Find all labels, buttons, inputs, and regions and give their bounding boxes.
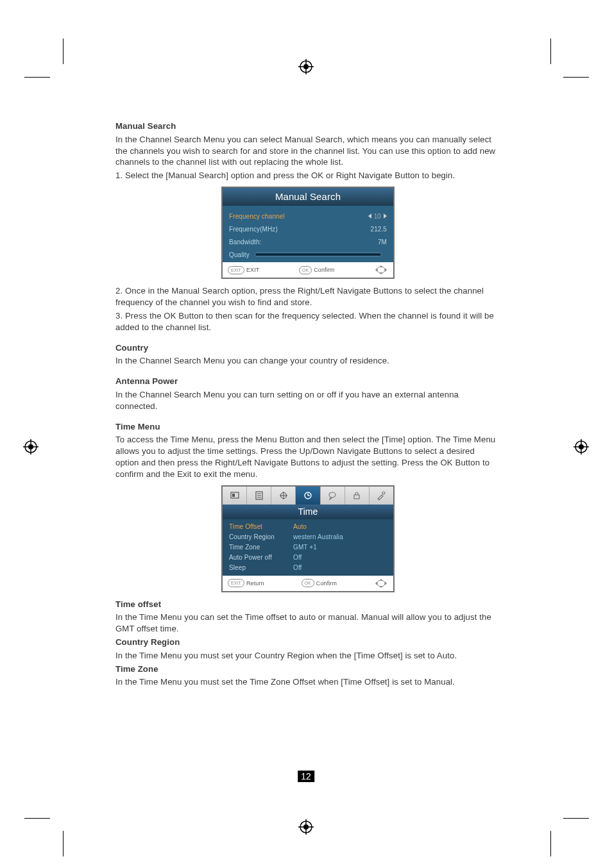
exit-button-icon: EXIT	[228, 579, 244, 587]
tab-channel	[247, 487, 271, 505]
paragraph: In the Channel Search Menu you can turn …	[115, 389, 500, 412]
osd-body: Frequency channel 10 Frequency(MHz) 212.…	[223, 206, 393, 262]
heading-country: Country	[115, 342, 500, 354]
osd-row-sleep: Sleep Off	[229, 563, 387, 573]
osd-value: Auto	[293, 522, 307, 531]
crop-mark	[63, 831, 64, 856]
paragraph: In the Time Menu you must set your Count…	[115, 650, 500, 662]
osd-exit-hint: EXIT EXIT	[228, 266, 259, 274]
osd-label: Auto Power off	[229, 553, 293, 562]
document-body: Manual Search In the Channel Search Menu…	[115, 121, 500, 690]
osd-confirm-hint: OK Confirm	[302, 579, 337, 587]
osd-footer: EXIT Return OK Confirm	[223, 576, 393, 591]
paragraph: To access the Time Menu, press the Menu …	[115, 434, 500, 480]
triangle-right-icon	[384, 213, 387, 219]
paragraph: In the Channel Search Menu you can selec…	[115, 134, 500, 168]
osd-value: western Australia	[293, 533, 343, 542]
ok-button-icon: OK	[299, 266, 312, 274]
svg-marker-17	[375, 268, 377, 272]
osd-row-frequency-mhz: Frequency(MHz) 212.5	[229, 222, 387, 235]
osd-label: Frequency(MHz)	[229, 225, 278, 234]
osd-label: Country Region	[229, 533, 293, 542]
osd-row-bandwidth: Bandwidth: 7M	[229, 235, 387, 248]
page: Manual Search In the Channel Search Menu…	[0, 0, 612, 868]
crop-mark	[550, 38, 551, 64]
osd-value: 212.5	[370, 225, 387, 234]
svg-marker-37	[375, 581, 377, 585]
paragraph: In the Time Menu you can set the Time of…	[115, 612, 500, 635]
osd-row-quality: Quality	[229, 248, 387, 261]
heading-time-offset: Time offset	[115, 599, 500, 610]
svg-point-15	[303, 824, 309, 830]
osd-value-stepper: 10	[368, 212, 387, 221]
osd-value: Off	[293, 553, 302, 562]
svg-point-7	[28, 444, 33, 449]
paragraph: 3. Press the OK Button to then scan for …	[115, 310, 500, 333]
osd-row-country-region: Country Region western Australia	[229, 532, 387, 542]
osd-footer-label: Return	[246, 580, 264, 587]
osd-confirm-hint: OK Confirm	[299, 266, 335, 274]
osd-value: 7M	[378, 238, 387, 247]
osd-row-time-zone: Time Zone GMT +1	[229, 542, 387, 553]
svg-rect-22	[232, 494, 235, 497]
svg-point-36	[377, 580, 385, 587]
figure-time-menu: Time Time Offset Auto Country Region wes…	[221, 485, 395, 592]
osd-label: Quality	[229, 251, 250, 260]
registration-mark-icon	[298, 59, 314, 74]
crop-mark	[563, 77, 589, 78]
paragraph: 2. Once in the Manual Search option, pre…	[115, 285, 500, 308]
osd-title: Time	[223, 505, 393, 519]
heading-antenna-power: Antenna Power	[115, 376, 500, 387]
osd-label: Time Zone	[229, 543, 293, 552]
crop-mark	[563, 818, 589, 819]
tab-search	[271, 487, 296, 505]
osd-row-time-offset: Time Offset Auto	[229, 522, 387, 532]
exit-button-icon: EXIT	[228, 266, 244, 274]
tab-time	[296, 487, 320, 505]
osd-value: GMT +1	[293, 543, 317, 552]
osd-footer-label: EXIT	[246, 266, 259, 274]
dpad-icon	[374, 265, 388, 275]
figure-manual-search: Manual Search Frequency channel 10 Frequ…	[221, 187, 395, 279]
svg-marker-38	[385, 581, 387, 585]
osd-tabbar	[223, 487, 393, 505]
tab-language	[321, 487, 345, 505]
registration-mark-icon	[574, 439, 589, 455]
paragraph: In the Channel Search Menu you can chang…	[115, 355, 500, 367]
dpad-icon	[374, 578, 388, 588]
crop-mark	[24, 77, 50, 78]
osd-label: Frequency channel	[229, 212, 285, 221]
triangle-left-icon	[368, 213, 371, 219]
heading-manual-search: Manual Search	[115, 121, 500, 132]
ok-button-icon: OK	[302, 579, 314, 587]
registration-mark-icon	[298, 819, 314, 835]
osd-label: Sleep	[229, 563, 293, 572]
svg-marker-40	[379, 586, 383, 588]
paragraph: In the Time Menu you must set the Time Z…	[115, 676, 500, 688]
osd-row-frequency-channel: Frequency channel 10	[229, 210, 387, 222]
osd-footer-label: Confirm	[314, 266, 334, 274]
heading-country-region: Country Region	[115, 637, 500, 648]
svg-point-16	[377, 267, 385, 273]
osd-title: Manual Search	[223, 188, 393, 206]
page-number-badge: 12	[298, 771, 314, 782]
quality-bar	[255, 253, 382, 256]
svg-marker-18	[385, 268, 387, 272]
osd-row-auto-power-off: Auto Power off Off	[229, 553, 387, 563]
crop-mark	[24, 818, 50, 819]
svg-point-11	[579, 444, 584, 449]
tab-picture	[223, 487, 247, 505]
heading-time-zone: Time Zone	[115, 664, 500, 675]
svg-marker-39	[379, 579, 383, 581]
osd-body: Time Offset Auto Country Region western …	[223, 519, 393, 576]
crop-mark	[63, 38, 64, 64]
registration-mark-icon	[23, 439, 38, 455]
paragraph: 1. Select the [Manual Search] option and…	[115, 170, 500, 181]
osd-value: Off	[293, 563, 302, 572]
tab-lock	[345, 487, 370, 505]
osd-footer: EXIT EXIT OK Confirm	[223, 262, 393, 278]
svg-point-33	[329, 492, 336, 497]
svg-point-3	[303, 64, 309, 69]
osd-label: Time Offset	[229, 522, 293, 531]
svg-marker-20	[379, 272, 383, 274]
